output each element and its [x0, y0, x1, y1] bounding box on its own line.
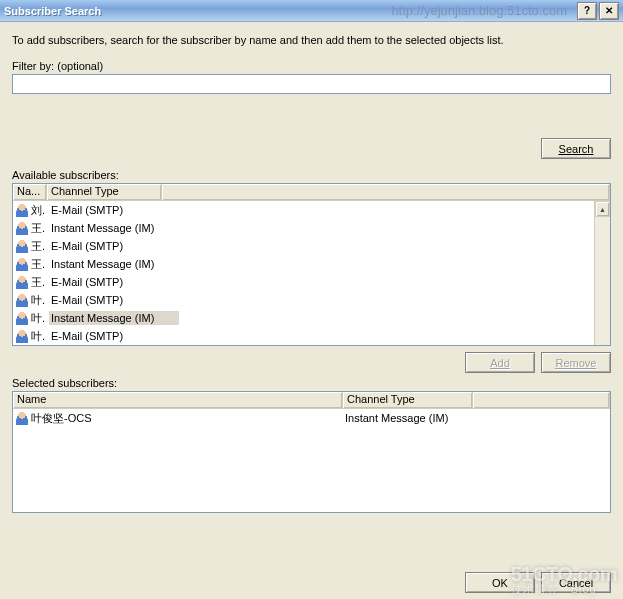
cell-channel: Instant Message (IM) — [49, 311, 179, 325]
cell-channel: E-Mail (SMTP) — [49, 203, 179, 217]
filter-label: Filter by: (optional) — [12, 60, 611, 72]
table-row[interactable]: 刘.E-Mail (SMTP) — [13, 201, 610, 219]
table-row[interactable]: 叶俊坚-OCSInstant Message (IM) — [13, 409, 610, 427]
cell-channel: Instant Message (IM) — [345, 412, 475, 424]
cell-name: 王. — [31, 239, 49, 254]
cell-name: 叶. — [31, 311, 49, 326]
cell-channel: E-Mail (SMTP) — [49, 329, 179, 343]
person-icon — [15, 329, 29, 343]
available-label: Available subscribers: — [12, 169, 611, 181]
ok-button[interactable]: OK — [465, 572, 535, 593]
cell-channel: Instant Message (IM) — [49, 221, 179, 235]
close-button[interactable]: ✕ — [599, 2, 619, 20]
cell-channel: E-Mail (SMTP) — [49, 239, 179, 253]
cell-name: 叶. — [31, 329, 49, 344]
col-channel[interactable]: Channel Type — [47, 184, 162, 200]
selected-list[interactable]: Name Channel Type 叶俊坚-OCSInstant Message… — [12, 391, 611, 513]
person-icon — [15, 311, 29, 325]
cell-name: 叶俊坚-OCS — [31, 411, 345, 426]
cell-name: 叶. — [31, 293, 49, 308]
person-icon — [15, 411, 29, 425]
watermark-url: http://yejunjian.blog.51cto.com — [391, 3, 567, 18]
table-row[interactable]: 叶.E-Mail (SMTP) — [13, 327, 610, 345]
description-text: To add subscribers, search for the subsc… — [12, 34, 611, 46]
col-name[interactable]: Name — [13, 392, 343, 408]
scrollbar[interactable]: ▲ — [594, 201, 610, 345]
person-icon — [15, 275, 29, 289]
available-list[interactable]: Na... Channel Type 刘.E-Mail (SMTP)王.Inst… — [12, 183, 611, 346]
title-bar: Subscriber Search http://yejunjian.blog.… — [0, 0, 623, 22]
person-icon — [15, 257, 29, 271]
col-spacer — [473, 392, 610, 408]
cell-channel: Instant Message (IM) — [49, 257, 179, 271]
col-channel[interactable]: Channel Type — [343, 392, 473, 408]
filter-input[interactable] — [12, 74, 611, 94]
cell-name: 王. — [31, 221, 49, 236]
search-button[interactable]: Search — [541, 138, 611, 159]
selected-header: Name Channel Type — [13, 392, 610, 409]
add-button[interactable]: Add — [465, 352, 535, 373]
cell-name: 王. — [31, 275, 49, 290]
available-header: Na... Channel Type — [13, 184, 610, 201]
person-icon — [15, 293, 29, 307]
table-row[interactable]: 王.E-Mail (SMTP) — [13, 237, 610, 255]
cell-channel: E-Mail (SMTP) — [49, 293, 179, 307]
table-row[interactable]: 叶.Instant Message (IM) — [13, 309, 610, 327]
selected-label: Selected subscribers: — [12, 377, 611, 389]
cell-channel: E-Mail (SMTP) — [49, 275, 179, 289]
cell-name: 刘. — [31, 203, 49, 218]
remove-button[interactable]: Remove — [541, 352, 611, 373]
col-name[interactable]: Na... — [13, 184, 47, 200]
window-title: Subscriber Search — [4, 5, 391, 17]
scroll-up-icon[interactable]: ▲ — [595, 201, 610, 217]
cell-name: 王. — [31, 257, 49, 272]
person-icon — [15, 203, 29, 217]
help-button[interactable]: ? — [577, 2, 597, 20]
col-spacer — [162, 184, 610, 200]
table-row[interactable]: 王.E-Mail (SMTP) — [13, 273, 610, 291]
cancel-button[interactable]: Cancel — [541, 572, 611, 593]
person-icon — [15, 221, 29, 235]
table-row[interactable]: 王.Instant Message (IM) — [13, 255, 610, 273]
person-icon — [15, 239, 29, 253]
table-row[interactable]: 王.Instant Message (IM) — [13, 219, 610, 237]
table-row[interactable]: 叶.E-Mail (SMTP) — [13, 291, 610, 309]
